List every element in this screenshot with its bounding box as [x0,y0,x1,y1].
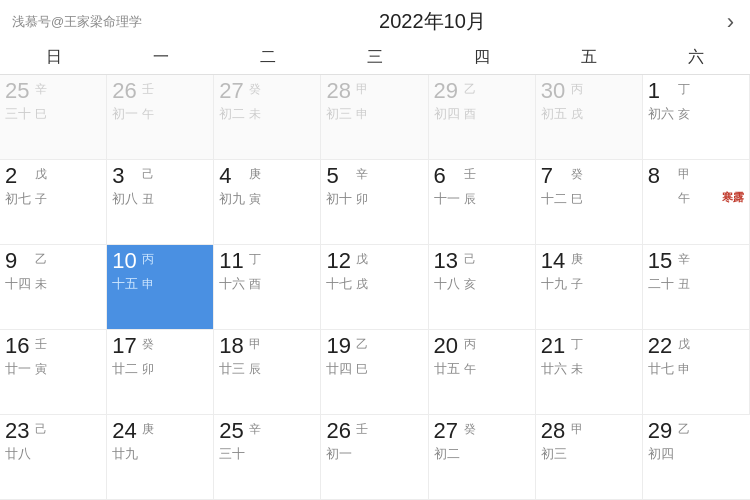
day-cell[interactable]: 30丙初五戌 [536,75,643,160]
day-cell[interactable]: 4庚初九寅 [214,160,321,245]
day-cell[interactable]: 1丁初六亥 [643,75,750,160]
day-cell[interactable]: 10丙十五申 [107,245,214,330]
day-cell[interactable]: 5辛初十卯 [321,160,428,245]
day-number: 14 [541,249,569,273]
day-cell[interactable]: 3己初八丑 [107,160,214,245]
day-cell[interactable]: 8甲午寒露 [643,160,750,245]
day-number: 26 [112,79,140,103]
lunar-row: 十五申 [112,275,208,293]
day-top-row: 11丁 [219,249,315,273]
lunar-day: 十一 [434,190,462,208]
ganzhi-earthly: 酉 [464,106,476,123]
ganzhi-heavenly: 戊 [678,337,690,351]
lunar-row: 初四酉 [434,105,530,123]
lunar-day: 十六 [219,275,247,293]
lunar-day: 初十 [326,190,354,208]
day-number: 10 [112,249,140,273]
day-cell[interactable]: 27癸初二未 [214,75,321,160]
lunar-day: 初一 [326,445,354,463]
lunar-row: 廿一寅 [5,360,101,378]
day-cell[interactable]: 26壬初一午 [107,75,214,160]
day-cell[interactable]: 26壬初一 [321,415,428,500]
ganzhi-earthly: 申 [678,361,690,378]
day-cell[interactable]: 19乙廿四巳 [321,330,428,415]
day-number: 29 [434,79,462,103]
lunar-row: 初九寅 [219,190,315,208]
ganzhi-earthly: 子 [571,276,583,293]
day-top-row: 6壬 [434,164,530,188]
day-top-row: 21丁 [541,334,637,358]
day-cell[interactable]: 12戊十七戌 [321,245,428,330]
ganzhi-heavenly: 辛 [678,252,690,266]
day-cell[interactable]: 24庚廿九 [107,415,214,500]
ganzhi-earthly: 辰 [249,361,261,378]
lunar-day: 初七 [5,190,33,208]
day-cell[interactable]: 11丁十六酉 [214,245,321,330]
day-top-row: 19乙 [326,334,422,358]
day-top-row: 10丙 [112,249,208,273]
lunar-row: 廿九 [112,445,208,463]
lunar-row: 廿八 [5,445,101,463]
day-top-row: 26壬 [112,79,208,103]
day-top-row: 16壬 [5,334,101,358]
ganzhi-heavenly: 丙 [571,82,583,96]
day-cell[interactable]: 14庚十九子 [536,245,643,330]
day-cell[interactable]: 16壬廿一寅 [0,330,107,415]
day-cell[interactable]: 9乙十四未 [0,245,107,330]
day-number: 30 [541,79,569,103]
ganzhi-earthly: 酉 [249,276,261,293]
lunar-row: 廿七申 [648,360,744,378]
day-cell[interactable]: 17癸廿二卯 [107,330,214,415]
lunar-day: 廿三 [219,360,247,378]
day-cell[interactable]: 25辛三十 [214,415,321,500]
lunar-day: 初四 [648,445,676,463]
day-top-row: 30丙 [541,79,637,103]
ganzhi-earthly: 寅 [249,191,261,208]
day-number: 22 [648,334,676,358]
day-cell[interactable]: 28甲初三申 [321,75,428,160]
day-cell[interactable]: 25辛三十巳 [0,75,107,160]
solar-term-badge: 寒露 [722,190,744,205]
day-cell[interactable]: 18甲廿三辰 [214,330,321,415]
ganzhi-heavenly: 甲 [356,82,368,96]
days-grid: 25辛三十巳26壬初一午27癸初二未28甲初三申29乙初四酉30丙初五戌1丁初六… [0,75,750,500]
ganzhi-heavenly: 庚 [571,252,583,266]
day-cell[interactable]: 28甲初三 [536,415,643,500]
next-month-button[interactable]: › [723,9,738,35]
ganzhi-earthly: 子 [35,191,47,208]
lunar-row: 二十丑 [648,275,744,293]
day-number: 25 [5,79,33,103]
lunar-day: 二十 [648,275,676,293]
ganzhi-heavenly: 癸 [464,422,476,436]
day-cell[interactable]: 29乙初四酉 [429,75,536,160]
day-cell[interactable]: 22戊廿七申 [643,330,750,415]
lunar-row: 午寒露 [648,190,744,207]
day-cell[interactable]: 2戊初七子 [0,160,107,245]
ganzhi-earthly: 亥 [678,106,690,123]
day-cell[interactable]: 21丁廿六未 [536,330,643,415]
day-cell[interactable]: 27癸初二 [429,415,536,500]
day-top-row: 24庚 [112,419,208,443]
day-cell[interactable]: 23己廿八 [0,415,107,500]
calendar-grid: 日一二三四五六 25辛三十巳26壬初一午27癸初二未28甲初三申29乙初四酉30… [0,39,750,500]
day-top-row: 1丁 [648,79,744,103]
day-cell[interactable]: 6壬十一辰 [429,160,536,245]
weekday-label: 三 [321,39,428,74]
day-top-row: 25辛 [219,419,315,443]
weekday-label: 一 [107,39,214,74]
day-cell[interactable]: 7癸十二巳 [536,160,643,245]
day-cell[interactable]: 15辛二十丑 [643,245,750,330]
lunar-row: 初二 [434,445,530,463]
day-cell[interactable]: 29乙初四 [643,415,750,500]
day-cell[interactable]: 20丙廿五午 [429,330,536,415]
lunar-day: 初四 [434,105,462,123]
lunar-day: 十五 [112,275,140,293]
lunar-day: 廿五 [434,360,462,378]
ganzhi-heavenly: 己 [464,252,476,266]
day-cell[interactable]: 13己十八亥 [429,245,536,330]
lunar-day: 廿七 [648,360,676,378]
day-number: 12 [326,249,354,273]
ganzhi-earthly: 卯 [142,361,154,378]
day-top-row: 26壬 [326,419,422,443]
day-top-row: 13己 [434,249,530,273]
